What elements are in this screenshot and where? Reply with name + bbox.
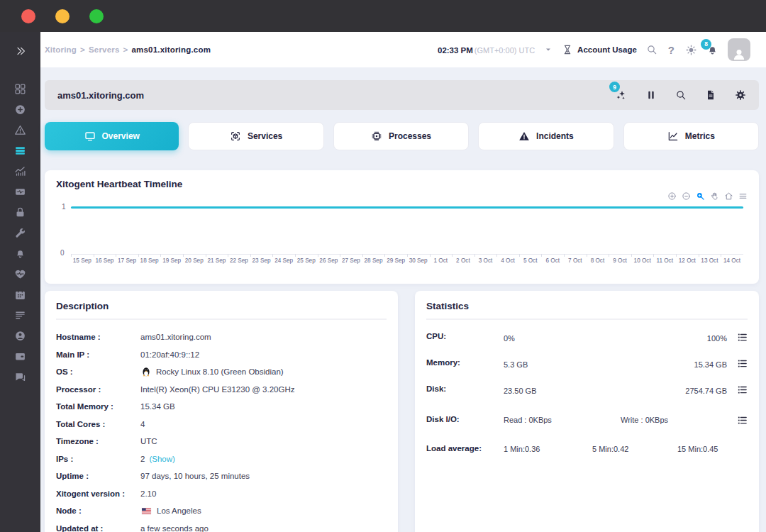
- tab-metrics[interactable]: Metrics: [623, 122, 759, 150]
- description-value: 01:20af:40:9::12: [140, 350, 199, 359]
- calendar-icon: [14, 289, 26, 301]
- help-button[interactable]: ?: [667, 44, 676, 56]
- theme-toggle-icon[interactable]: [685, 44, 697, 56]
- hourglass-icon: [562, 44, 573, 55]
- notifications-button[interactable]: 8: [706, 44, 718, 56]
- description-row: Updated at :a few seconds ago: [56, 520, 387, 532]
- memory-detail-list-icon[interactable]: [737, 358, 748, 369]
- disk-detail-list-icon[interactable]: [737, 384, 748, 395]
- x-tick-label: 23 Sep: [250, 257, 273, 264]
- cpu-detail-list-icon[interactable]: [737, 332, 748, 343]
- description-value: 2: [140, 455, 145, 463]
- pan-icon[interactable]: [710, 192, 719, 201]
- x-tick-label: 16 Sep: [94, 257, 116, 264]
- sparkles-button[interactable]: 9: [616, 89, 627, 101]
- tab-incidents[interactable]: Incidents: [478, 122, 614, 150]
- x-tick-label: 10 Oct: [631, 257, 654, 264]
- description-label: Main IP :: [56, 350, 140, 359]
- sidebar-item-alerts[interactable]: [0, 120, 40, 140]
- description-value: ams01.xitoring.com: [140, 333, 211, 341]
- close-button[interactable]: [21, 9, 35, 23]
- sidebar-item-metrics[interactable]: [0, 161, 40, 182]
- servers-list-icon: [14, 145, 26, 157]
- clock-display: 02:33 PM(GMT+0:00) UTC: [438, 43, 535, 56]
- sidebar-item-add[interactable]: [0, 99, 40, 120]
- x-tick-label: 12 Oct: [676, 257, 699, 264]
- description-row: Processor :Intel(R) Xeon(R) CPU E31230 @…: [56, 381, 387, 399]
- pause-icon: [645, 89, 657, 101]
- bell-icon: [14, 248, 26, 260]
- sidebar-item-security[interactable]: [0, 202, 40, 223]
- x-tick-label: 6 Oct: [541, 257, 564, 264]
- tools-icon: [14, 227, 26, 239]
- sidebar-item-heartbeat[interactable]: [0, 264, 40, 284]
- tab-label: Processes: [389, 131, 431, 141]
- load-5min: 5 Min:0.42: [592, 445, 677, 453]
- sidebar-expand-button[interactable]: [0, 40, 40, 62]
- tab-overview[interactable]: Overview: [45, 122, 179, 150]
- zoom-in-icon[interactable]: [667, 192, 677, 201]
- home-icon[interactable]: [724, 192, 733, 201]
- wallet-icon: [14, 350, 26, 362]
- sidebar-item-status-pages[interactable]: [0, 182, 40, 202]
- sidebar-item-dashboard[interactable]: [0, 79, 40, 99]
- tab-processes[interactable]: Processes: [333, 122, 469, 150]
- tab-label: Overview: [102, 131, 140, 141]
- description-row: Xitogent version :2.10: [56, 485, 387, 503]
- sidebar-item-notifications[interactable]: [0, 243, 40, 264]
- load-1min: 1 Min:0.36: [504, 445, 592, 453]
- linux-icon: [140, 366, 152, 377]
- x-tick-label: 19 Sep: [160, 257, 183, 264]
- x-tick-label: 4 Oct: [496, 257, 519, 264]
- sidebar-item-reports[interactable]: [0, 305, 40, 326]
- x-axis-labels: 15 Sep16 Sep17 Sep18 Sep19 Sep20 Sep21 S…: [71, 257, 743, 264]
- search-icon[interactable]: [646, 44, 657, 55]
- minimize-button[interactable]: [55, 9, 70, 23]
- search-icon: [675, 89, 687, 101]
- y-tick-1: 1: [62, 203, 66, 211]
- description-row: Node :Los Angeles: [56, 502, 387, 520]
- breadcrumb-section[interactable]: Servers: [89, 45, 120, 54]
- sidebar-item-billing[interactable]: [0, 346, 40, 367]
- show-ips-link[interactable]: (Show): [149, 455, 174, 463]
- report-icon: [705, 89, 716, 101]
- account-usage-button[interactable]: Account Usage: [562, 44, 637, 55]
- sidebar-item-servers[interactable]: [0, 140, 40, 161]
- settings-button[interactable]: [735, 89, 746, 101]
- x-tick-label: 18 Sep: [138, 257, 161, 264]
- tab-services[interactable]: Services: [188, 122, 323, 150]
- x-tick-label: 21 Sep: [206, 257, 228, 264]
- description-label: Node :: [56, 506, 140, 515]
- x-tick-label: 1 Oct: [430, 257, 453, 264]
- report-button[interactable]: [705, 89, 716, 101]
- description-title: Description: [56, 301, 109, 311]
- description-label: Hostname :: [56, 333, 140, 341]
- pause-button[interactable]: [645, 89, 657, 101]
- breadcrumb-root[interactable]: Xitoring: [45, 45, 77, 54]
- selection-zoom-icon[interactable]: [696, 192, 705, 201]
- sidebar-item-tools[interactable]: [0, 223, 40, 243]
- load-15min: 15 Min:0.45: [677, 445, 718, 453]
- dashboard-icon: [14, 83, 26, 95]
- description-label: Xitogent version :: [56, 489, 140, 498]
- maximize-button[interactable]: [89, 9, 104, 23]
- sidebar-item-support[interactable]: [0, 367, 40, 387]
- x-tick-label: 25 Sep: [295, 257, 318, 264]
- zoom-out-icon[interactable]: [682, 192, 691, 201]
- avatar[interactable]: [728, 38, 750, 61]
- notification-count-badge: 8: [701, 39, 711, 50]
- search-button[interactable]: [675, 89, 687, 101]
- top-header: Xitoring>Servers>ams01.xitoring.com 02:3…: [40, 32, 766, 67]
- sidebar-item-account[interactable]: [0, 326, 40, 346]
- sidebar-item-calendar[interactable]: [0, 284, 40, 305]
- stat-row-disk: Disk: 23.50 GB2754.74 GB: [426, 384, 748, 395]
- stat-row-disk-io: Disk I/O: Read : 0KBps Write : 0KBps: [426, 414, 748, 426]
- description-label: Updated at :: [56, 524, 140, 532]
- chat-icon: [14, 371, 26, 383]
- window-titlebar: [0, 0, 766, 32]
- caret-down-icon[interactable]: [544, 45, 553, 54]
- description-row: Hostname :ams01.xitoring.com: [56, 328, 387, 346]
- disk-io-detail-list-icon[interactable]: [737, 415, 748, 426]
- menu-icon[interactable]: [738, 192, 748, 201]
- description-row: IPs :2(Show): [56, 450, 387, 468]
